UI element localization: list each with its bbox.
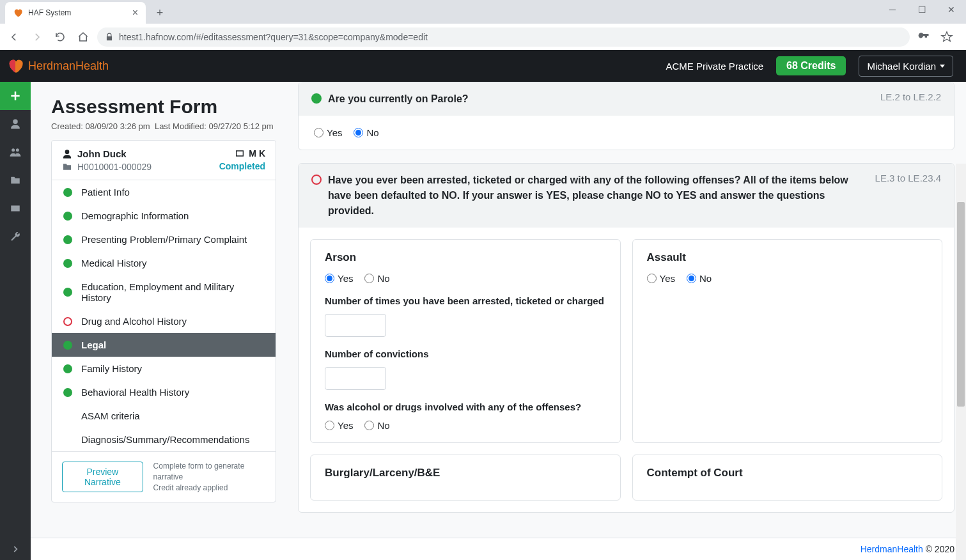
window-close[interactable]: ✕: [937, 0, 966, 19]
question-code: LE.3 to LE.23.4: [875, 173, 941, 183]
back-button[interactable]: [5, 28, 23, 46]
status-dot-icon: [63, 435, 72, 444]
status-badge: Completed: [219, 161, 265, 171]
arson-conv-label: Number of convictions: [325, 347, 606, 361]
section-label: Legal: [81, 339, 106, 350]
status-dot-icon: [63, 412, 72, 421]
icon-rail: [0, 82, 31, 538]
new-tab-button[interactable]: +: [151, 4, 169, 22]
parole-no-option[interactable]: No: [354, 127, 378, 138]
mk-label: M K: [249, 148, 265, 159]
rail-folder-icon[interactable]: [0, 166, 31, 194]
rail-wrench-icon[interactable]: [0, 222, 31, 251]
question-offenses: Have you ever been arrested, ticketed or…: [298, 163, 954, 513]
status-dot-icon: [63, 388, 72, 397]
status-dot-icon: [63, 259, 72, 268]
timestamps: Created: 08/09/20 3:26 pm Last Modified:…: [51, 121, 276, 131]
brand-logo[interactable]: HerdmanHealth: [6, 57, 109, 75]
browser-tab[interactable]: HAF System ×: [5, 2, 146, 24]
scrollbar[interactable]: [956, 164, 966, 560]
preview-narrative-button[interactable]: Preview Narrative: [62, 462, 143, 492]
window-controls: ─ ☐ ✕: [878, 0, 966, 19]
patient-card: John Duck H0010001-000029 M K Completed …: [51, 140, 276, 502]
arson-no-option[interactable]: No: [364, 273, 389, 284]
footer: HerdmanHealth © 2020: [0, 538, 966, 560]
scrollbar-thumb[interactable]: [957, 202, 965, 407]
section-label: ASAM criteria: [81, 410, 140, 421]
sidebar-section-item[interactable]: Diagnosis/Summary/Recommendations: [52, 428, 276, 451]
user-menu[interactable]: Michael Kordian: [859, 56, 953, 77]
question-text: Are you currently on Parole?: [328, 91, 866, 107]
app-header: HerdmanHealth ACME Private Practice 68 C…: [0, 50, 966, 82]
sidebar-section-item[interactable]: ASAM criteria: [52, 404, 276, 428]
person-icon: [62, 149, 72, 159]
sidebar: Assessment Form Created: 08/09/20 3:26 p…: [31, 82, 297, 538]
expand-rail-button[interactable]: [0, 538, 31, 560]
status-dot-icon: [63, 317, 72, 326]
status-dot-icon: [63, 364, 72, 373]
address-bar[interactable]: htest1.hafnow.com/#/editassessment?query…: [97, 27, 910, 47]
status-dot-icon: [63, 188, 72, 197]
section-label: Behavioral Health History: [81, 387, 189, 398]
section-label: Demographic Information: [81, 210, 189, 221]
home-button[interactable]: [74, 28, 92, 46]
offense-assault: Assault Yes No: [632, 239, 943, 443]
arson-times-label: Number of times you have been arrested, …: [325, 294, 606, 307]
arson-alc-yes-option[interactable]: Yes: [325, 420, 353, 431]
assault-yes-option[interactable]: Yes: [647, 273, 675, 284]
arson-conv-input[interactable]: [325, 367, 386, 390]
arson-alc-no-option[interactable]: No: [364, 420, 389, 431]
close-icon[interactable]: ×: [132, 7, 138, 19]
browser-chrome: ─ ☐ ✕ HAF System × + htest1.h: [0, 0, 966, 50]
sidebar-section-item[interactable]: Legal: [52, 333, 276, 357]
assault-no-option[interactable]: No: [687, 273, 712, 284]
footer-copy: © 2020: [923, 544, 954, 554]
folder-icon: [62, 162, 72, 172]
footer-brand-link[interactable]: HerdmanHealth: [861, 544, 923, 554]
brand-text: HerdmanHealth: [28, 59, 109, 73]
star-icon[interactable]: [938, 28, 956, 46]
section-list: Patient InfoDemographic InformationPrese…: [52, 180, 276, 451]
section-label: Presenting Problem/Primary Complaint: [81, 234, 247, 245]
window-maximize[interactable]: ☐: [907, 0, 937, 19]
arson-yes-option[interactable]: Yes: [325, 273, 353, 284]
arson-times-input[interactable]: [325, 314, 386, 337]
parole-yes-option[interactable]: Yes: [314, 127, 342, 138]
credits-badge[interactable]: 68 Credits: [776, 56, 846, 75]
url-text: htest1.hafnow.com/#/editassessment?query…: [119, 32, 428, 42]
offense-title: Contempt of Court: [647, 467, 928, 479]
sidebar-section-item[interactable]: Medical History: [52, 251, 276, 275]
offense-title: Burglary/Larceny/B&E: [325, 467, 606, 479]
sidebar-section-item[interactable]: Drug and Alcohol History: [52, 309, 276, 333]
arson-alcdrug-label: Was alcohol or drugs involved with any o…: [325, 400, 606, 414]
sidebar-section-item[interactable]: Family History: [52, 357, 276, 380]
section-label: Patient Info: [81, 187, 130, 198]
sidebar-section-item[interactable]: Education, Employment and Military Histo…: [52, 275, 276, 309]
offense-title: Assault: [647, 251, 928, 264]
rail-user-icon[interactable]: [0, 110, 31, 138]
key-icon[interactable]: [915, 28, 933, 46]
section-label: Diagnosis/Summary/Recommendations: [81, 434, 249, 445]
sidebar-section-item[interactable]: Behavioral Health History: [52, 380, 276, 404]
section-label: Drug and Alcohol History: [81, 316, 187, 327]
sidebar-section-item[interactable]: Patient Info: [52, 180, 276, 204]
tab-title: HAF System: [28, 8, 71, 17]
question-parole: Are you currently on Parole? LE.2 to LE.…: [298, 82, 954, 150]
question-text: Have you ever been arrested, ticketed or…: [328, 173, 861, 219]
forward-button[interactable]: [28, 28, 46, 46]
heart-icon: [13, 8, 23, 18]
heart-icon: [6, 57, 24, 75]
page-title: Assessment Form: [51, 96, 276, 118]
reload-button[interactable]: [51, 28, 69, 46]
practice-name: ACME Private Practice: [666, 61, 764, 72]
rail-users-icon[interactable]: [0, 138, 31, 166]
window-minimize[interactable]: ─: [878, 0, 907, 19]
sidebar-section-item[interactable]: Presenting Problem/Primary Complaint: [52, 228, 276, 251]
section-label: Family History: [81, 363, 142, 374]
rail-card-icon[interactable]: [0, 194, 31, 222]
rail-add-button[interactable]: [0, 82, 31, 110]
chevron-down-icon: [940, 65, 945, 68]
main-content: Are you currently on Parole? LE.2 to LE.…: [297, 82, 966, 538]
sidebar-section-item[interactable]: Demographic Information: [52, 204, 276, 228]
status-dot-icon: [63, 212, 72, 221]
